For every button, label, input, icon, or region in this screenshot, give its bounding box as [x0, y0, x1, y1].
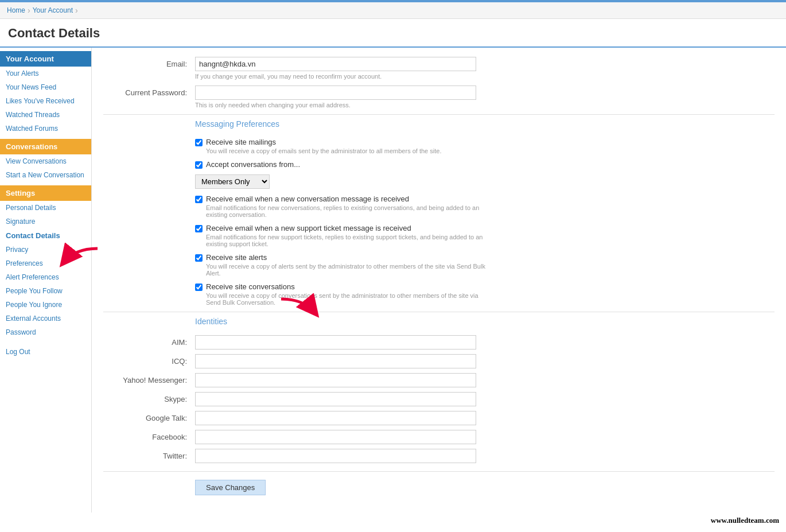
- sidebar-header-settings: Settings: [0, 185, 91, 201]
- current-password-input[interactable]: [195, 86, 476, 100]
- breadcrumb-your-account[interactable]: Your Account: [33, 6, 73, 14]
- aim-row: AIM:: [103, 335, 775, 350]
- receive-site-alerts-checkbox[interactable]: [195, 254, 203, 262]
- checkbox-label-email-support-ticket: Receive email when a new support ticket …: [206, 224, 487, 247]
- yahoo-row: Yahoo! Messenger:: [103, 373, 775, 387]
- sidebar-item-log-out[interactable]: Log Out: [0, 345, 91, 359]
- accept-conversations-select[interactable]: Members Only Everyone Nobody: [195, 174, 270, 189]
- twitter-row: Twitter:: [103, 449, 775, 463]
- checkbox-row-site-conversations: Receive site conversations You will rece…: [103, 282, 775, 306]
- save-button[interactable]: Save Changes: [195, 480, 266, 495]
- receive-site-mailings-checkbox[interactable]: [195, 139, 203, 146]
- breadcrumb-sep-2: ›: [75, 6, 78, 15]
- checkbox-label-email-new-conversation: Receive email when a new conversation me…: [206, 195, 487, 218]
- google-talk-field-wrap: [195, 411, 775, 425]
- icq-row: ICQ:: [103, 354, 775, 368]
- breadcrumb-sep-1: ›: [28, 6, 30, 15]
- google-talk-label: Google Talk:: [103, 414, 195, 422]
- sidebar-item-your-news-feed[interactable]: Your News Feed: [0, 80, 91, 94]
- receive-email-new-conversation-checkbox[interactable]: [195, 196, 203, 203]
- sidebar-item-watched-threads[interactable]: Watched Threads: [0, 108, 91, 122]
- aim-input[interactable]: [195, 335, 476, 350]
- page-title: Contact Details: [0, 19, 786, 48]
- sidebar-item-likes-received[interactable]: Likes You've Received: [0, 94, 91, 108]
- facebook-label: Facebook:: [103, 433, 195, 441]
- sidebar-item-your-alerts[interactable]: Your Alerts: [0, 67, 91, 80]
- skype-label: Skype:: [103, 395, 195, 403]
- sidebar-item-external-accounts[interactable]: External Accounts: [0, 312, 91, 325]
- icq-input[interactable]: [195, 354, 476, 368]
- twitter-field-wrap: [195, 449, 775, 463]
- sidebar-header-your-account: Your Account: [0, 51, 91, 67]
- google-talk-row: Google Talk:: [103, 411, 775, 425]
- icq-label: ICQ:: [103, 357, 195, 366]
- sidebar-item-alert-preferences[interactable]: Alert Preferences: [0, 270, 91, 284]
- sidebar-item-signature[interactable]: Signature: [0, 215, 91, 228]
- messaging-preferences-title: Messaging Preferences: [103, 114, 775, 133]
- email-hint: If you change your email, you may need t…: [195, 73, 476, 80]
- breadcrumb-home[interactable]: Home: [7, 6, 25, 14]
- checkbox-row-email-new-conversation: Receive email when a new conversation me…: [103, 195, 775, 218]
- checkbox-row-site-mailings: Receive site mailings You will receive a…: [103, 138, 775, 154]
- accept-conversations-checkbox[interactable]: [195, 161, 203, 169]
- password-hint: This is only needed when changing your e…: [195, 102, 476, 108]
- checkbox-row-email-support-ticket: Receive email when a new support ticket …: [103, 224, 775, 247]
- sidebar-item-people-you-ignore[interactable]: People You Ignore: [0, 298, 91, 312]
- accept-conversations-select-row: Members Only Everyone Nobody: [103, 174, 775, 189]
- checkbox-row-site-alerts: Receive site alerts You will receive a c…: [103, 253, 775, 277]
- email-label: Email:: [103, 57, 195, 68]
- twitter-input[interactable]: [195, 449, 476, 463]
- sidebar-item-password[interactable]: Password: [0, 325, 91, 339]
- checkbox-label-accept-conversations: Accept conversations from...: [206, 160, 487, 169]
- receive-email-support-ticket-checkbox[interactable]: [195, 225, 203, 232]
- password-row: Current Password: This is only needed wh…: [103, 86, 775, 108]
- skype-input[interactable]: [195, 392, 476, 406]
- sidebar-item-privacy[interactable]: Privacy: [0, 243, 91, 257]
- twitter-label: Twitter:: [103, 452, 195, 460]
- icq-field-wrap: [195, 354, 775, 368]
- sidebar-item-start-new-conversation[interactable]: Start a New Conversation: [0, 168, 91, 182]
- save-row: Save Changes: [103, 471, 775, 503]
- sidebar-header-conversations: Conversations: [0, 139, 91, 154]
- identities-title: Identities: [103, 312, 775, 331]
- sidebar-item-personal-details[interactable]: Personal Details: [0, 201, 91, 215]
- password-field-wrap: This is only needed when changing your e…: [195, 86, 775, 108]
- main-layout: Your Account Your Alerts Your News Feed …: [0, 48, 786, 512]
- receive-site-conversations-checkbox[interactable]: [195, 284, 203, 291]
- sidebar-item-preferences[interactable]: Preferences: [0, 257, 91, 270]
- checkbox-label-site-conversations: Receive site conversations You will rece…: [206, 282, 487, 306]
- checkbox-row-accept-conversations: Accept conversations from...: [103, 160, 775, 169]
- sidebar-item-contact-details[interactable]: Contact Details: [0, 228, 91, 243]
- yahoo-label: Yahoo! Messenger:: [103, 376, 195, 385]
- facebook-field-wrap: [195, 430, 775, 444]
- sidebar-item-watched-forums[interactable]: Watched Forums: [0, 122, 91, 135]
- facebook-row: Facebook:: [103, 430, 775, 444]
- checkbox-label-site-mailings: Receive site mailings You will receive a…: [206, 138, 487, 154]
- sidebar-item-view-conversations[interactable]: View Conversations: [0, 154, 91, 168]
- aim-label: AIM:: [103, 338, 195, 347]
- sidebar-item-people-you-follow[interactable]: People You Follow: [0, 284, 91, 298]
- skype-row: Skype:: [103, 392, 775, 406]
- sidebar: Your Account Your Alerts Your News Feed …: [0, 48, 92, 512]
- email-input[interactable]: [195, 57, 476, 71]
- content-area: Email: If you change your email, you may…: [92, 48, 786, 512]
- breadcrumb: Home › Your Account ›: [0, 2, 786, 19]
- skype-field-wrap: [195, 392, 775, 406]
- aim-field-wrap: [195, 335, 775, 350]
- google-talk-input[interactable]: [195, 411, 476, 425]
- yahoo-input[interactable]: [195, 373, 476, 387]
- yahoo-field-wrap: [195, 373, 775, 387]
- email-row: Email: If you change your email, you may…: [103, 57, 775, 80]
- checkbox-label-site-alerts: Receive site alerts You will receive a c…: [206, 253, 487, 277]
- password-label: Current Password:: [103, 86, 195, 97]
- email-field-wrap: If you change your email, you may need t…: [195, 57, 775, 80]
- watermark: www.nulledteam.com: [0, 512, 786, 527]
- facebook-input[interactable]: [195, 430, 476, 444]
